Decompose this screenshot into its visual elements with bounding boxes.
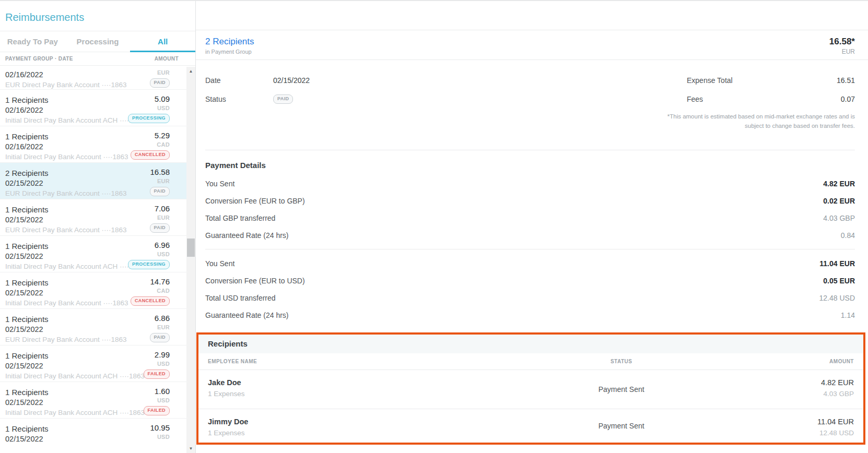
item-amount: 6.96: [155, 241, 170, 250]
recipient-expenses: 1 Expenses: [208, 390, 518, 398]
payment-groups-sidebar: Reimbursements Ready To Pay Processing A…: [0, 1, 196, 453]
list-item[interactable]: 1 Recipients 02/16/2022 Initial Direct P…: [0, 126, 186, 163]
tab-ready-to-pay[interactable]: Ready To Pay: [0, 31, 65, 52]
tab-all[interactable]: All: [130, 31, 195, 52]
item-currency: CAD: [157, 141, 170, 148]
column-header-payment-group-date: PAYMENT GROUP · DATE: [5, 56, 73, 62]
recipient-amount-secondary: 12.48 USD: [725, 429, 854, 437]
guaranteed-rate-value: 0.84: [841, 231, 855, 240]
list-item[interactable]: 1 Recipients 02/15/2022 EUR Direct Pay B…: [0, 309, 186, 345]
guaranteed-rate-label: Guaranteed Rate (24 hrs): [205, 311, 289, 319]
item-currency: USD: [157, 251, 170, 258]
recipient-status: Payment Sent: [518, 422, 725, 430]
sidebar-tabs: Ready To Pay Processing All: [0, 31, 195, 52]
item-currency: USD: [157, 360, 170, 367]
payment-group-divider: [205, 249, 855, 249]
date-value: 02/15/2022: [273, 76, 310, 85]
item-currency: EUR: [157, 69, 170, 76]
recipients-section-highlighted: Recipients EMPLOYEE NAME STATUS AMOUNT J…: [196, 332, 865, 445]
recipient-row[interactable]: Jake Doe 1 Expenses Payment Sent 4.82 EU…: [198, 370, 863, 409]
status-label: Status: [205, 95, 273, 103]
column-header-amount: AMOUNT: [725, 359, 854, 364]
detail-total-amount: 16.58*: [829, 37, 855, 47]
detail-subtitle: in Payment Group: [205, 49, 254, 55]
column-header-employee-name: EMPLOYEE NAME: [208, 359, 518, 364]
payment-group-list: 02/16/2022 EUR Direct Pay Bank Account ·…: [0, 66, 186, 453]
recipient-row[interactable]: Jimmy Doe 1 Expenses Payment Sent 11.04 …: [198, 409, 863, 443]
item-amount: 16.58: [150, 168, 170, 177]
fees-label: Fees: [687, 95, 703, 103]
detail-total-currency: EUR: [829, 48, 855, 55]
item-currency: EUR: [157, 214, 170, 221]
status-badge: PAID: [150, 333, 170, 342]
expense-total-value: 16.51: [837, 76, 855, 85]
status-badge: PROCESSING: [128, 260, 170, 269]
item-account: EUR Direct Pay Bank Account ····1863: [5, 336, 170, 344]
recipient-name: Jake Doe: [208, 378, 518, 387]
list-scrollbar[interactable]: ▲ ▼: [186, 67, 195, 453]
recipients-heading: Recipients: [198, 335, 863, 353]
recipient-expenses: 1 Expenses: [208, 429, 518, 437]
total-transferred-value: 12.48 USD: [819, 294, 855, 302]
list-item[interactable]: 1 Recipients 02/15/2022 Initial Direct P…: [0, 345, 186, 382]
item-currency: EUR: [157, 324, 170, 331]
guaranteed-rate-label: Guaranteed Rate (24 hrs): [205, 231, 289, 240]
status-badge: PAID: [273, 94, 293, 104]
scroll-down-arrow-icon[interactable]: ▼: [186, 444, 195, 453]
item-recipients: 1 Recipients: [5, 205, 170, 214]
column-header-amount: AMOUNT: [155, 56, 179, 62]
reimbursements-app: Reimbursements Ready To Pay Processing A…: [0, 0, 868, 453]
item-date: 02/16/2022: [5, 70, 170, 79]
conversion-fee-label: Conversion Fee (EUR to USD): [205, 277, 305, 285]
estimate-footnote: *This amount is estimated based on mid-m…: [650, 112, 855, 131]
conversion-fee-label: Conversion Fee (EUR to GBP): [205, 197, 305, 205]
status-badge: PAID: [150, 78, 170, 88]
item-amount: 10.95: [150, 423, 170, 433]
recipient-amount-secondary: 4.03 GBP: [725, 390, 854, 398]
list-item[interactable]: 1 Recipients 02/15/2022 Initial Direct P…: [0, 236, 186, 272]
page-title: Reimbursements: [0, 1, 195, 31]
fees-value: 0.07: [841, 95, 855, 103]
status-badge: CANCELLED: [131, 150, 170, 160]
item-account: EUR Direct Pay Bank Account ····1863: [5, 81, 170, 89]
scrollbar-thumb[interactable]: [187, 239, 195, 257]
detail-header: 2 Recipients in Payment Group 16.58* EUR: [196, 30, 868, 60]
you-sent-label: You Sent: [205, 180, 234, 188]
list-item-selected[interactable]: 2 Recipients 02/15/2022 EUR Direct Pay B…: [0, 163, 186, 199]
item-date: 02/15/2022: [5, 216, 170, 224]
item-amount: 1.60: [155, 387, 170, 396]
list-item[interactable]: 1 Recipients 02/15/2022 EUR Direct Pay B…: [0, 199, 186, 236]
conversion-fee-value: 0.05 EUR: [823, 277, 855, 285]
top-bar: [196, 1, 868, 30]
total-transferred-value: 4.03 GBP: [823, 214, 855, 222]
scroll-up-arrow-icon[interactable]: ▲: [186, 67, 195, 76]
payment-group-detail-panel: 2 Recipients in Payment Group 16.58* EUR…: [196, 1, 868, 453]
list-item[interactable]: 1 Recipients 02/15/2022 10.95 USD: [0, 419, 186, 453]
tab-processing[interactable]: Processing: [65, 31, 131, 52]
item-currency: USD: [157, 397, 170, 404]
list-item[interactable]: 02/16/2022 EUR Direct Pay Bank Account ·…: [0, 66, 186, 90]
list-item[interactable]: 1 Recipients 02/15/2022 Initial Direct P…: [0, 272, 186, 309]
item-date: 02/15/2022: [5, 435, 170, 444]
payment-details-section: Payment Details You Sent 4.82 EUR Conver…: [196, 150, 868, 324]
item-date: 02/15/2022: [5, 179, 170, 188]
status-badge: CANCELLED: [131, 296, 170, 306]
recipient-amount: 4.82 EUR: [725, 378, 854, 387]
conversion-fee-value: 0.02 EUR: [823, 197, 855, 205]
total-transferred-label: Total USD transferred: [205, 294, 276, 302]
item-amount: 5.09: [155, 94, 170, 104]
status-badge: PAID: [150, 223, 170, 233]
item-amount: 6.86: [155, 314, 170, 323]
total-transferred-label: Total GBP transferred: [205, 214, 275, 222]
expense-total-label: Expense Total: [687, 76, 733, 85]
column-header-status: STATUS: [518, 359, 725, 364]
status-badge: PROCESSING: [128, 114, 170, 123]
list-item[interactable]: 1 Recipients 02/15/2022 Initial Direct P…: [0, 382, 186, 419]
status-badge: FAILED: [144, 369, 170, 379]
list-item[interactable]: 1 Recipients 02/16/2022 Initial Direct P…: [0, 90, 186, 126]
item-recipients: 1 Recipients: [5, 424, 170, 434]
item-currency: EUR: [157, 177, 170, 185]
you-sent-label: You Sent: [205, 259, 234, 268]
detail-title: 2 Recipients: [205, 37, 254, 47]
list-column-headers: PAYMENT GROUP · DATE AMOUNT: [0, 52, 195, 66]
